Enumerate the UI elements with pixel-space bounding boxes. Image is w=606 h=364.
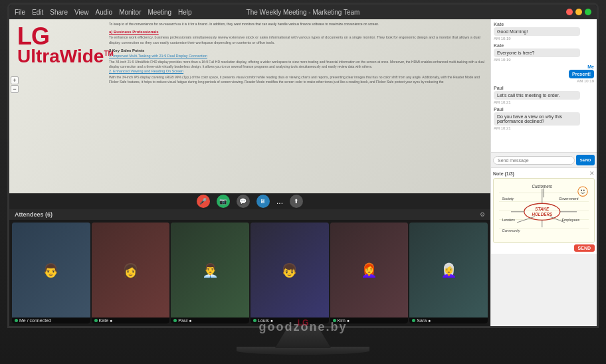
status-dot-paul — [173, 319, 177, 322]
msg-time-kate-2: AM 10:19 — [494, 58, 594, 62]
ultrawide-label: UltraWide — [17, 46, 104, 66]
doc-intro: To keep to of the convenience for on-res… — [109, 22, 485, 27]
svg-point-29 — [581, 190, 582, 191]
maximize-button[interactable] — [585, 9, 591, 15]
chat-send-button[interactable]: SEND — [576, 155, 595, 165]
status-dot-sara — [412, 319, 415, 322]
svg-text:Society: Society — [502, 197, 514, 201]
key-sales-desc1: The 34-inch 21:9 UltraWide FHD display p… — [109, 60, 485, 69]
status-dot-kate — [94, 319, 98, 322]
zoom-controls: + − — [11, 76, 19, 93]
msg-sender-paul-2: Paul — [494, 107, 594, 112]
menu-file[interactable]: File — [15, 9, 25, 16]
attendee-face-sara: 👩‍🦳 — [409, 223, 488, 318]
note-title: Note (1/3) — [493, 171, 514, 176]
attendee-face-me: 👨 — [12, 223, 90, 318]
screen-share-button[interactable]: 🖥 — [256, 195, 270, 208]
app-title: The Weekly Meeting - Marketing Team — [247, 9, 360, 16]
svg-text:Customers: Customers — [532, 184, 553, 189]
lg-bottom-brand: LG — [298, 318, 309, 327]
monitor-outer: File Edit Share View Audio Monitor Meeti… — [0, 0, 606, 364]
close-button[interactable] — [566, 9, 573, 15]
attendee-kate: 👩 Kate ● — [92, 223, 170, 323]
svg-text:STAKE: STAKE — [535, 207, 550, 211]
mute-button[interactable]: 🎤 — [197, 195, 210, 208]
document-text: To keep to of the convenience for on-res… — [109, 22, 485, 84]
attendees-options[interactable]: ⚙ — [480, 211, 485, 218]
zoom-out-button[interactable]: − — [11, 85, 19, 93]
attendee-me: 👨 Me / connected — [12, 223, 90, 323]
meeting-toolbar: 🎤 📷 💬 🖥 ... ⬆ — [9, 193, 490, 209]
minimize-button[interactable] — [575, 9, 582, 15]
chat-msg-kate-1: Kate Good Morning! AM 10:19 — [494, 22, 594, 41]
attendee-video-kate: 👩 — [92, 223, 170, 318]
menu-edit[interactable]: Edit — [32, 9, 43, 16]
attendees-section: Attendees (6) ⚙ 👨 Me / connected — [9, 209, 490, 326]
chat-toggle-button[interactable]: 💬 — [237, 195, 250, 208]
msg-time-paul-1: AM 10:21 — [494, 100, 594, 104]
note-handwriting-svg: Customers Society Lenders Community Gove… — [496, 181, 592, 240]
attendee-kim: 👩‍🦰 Kim ● — [330, 223, 409, 323]
left-panel: LG UltraWideTM To keep to of the conveni… — [9, 19, 490, 326]
attendee-name-kate: Kate ● — [99, 318, 113, 323]
attendees-header: Attendees (6) ⚙ — [9, 209, 490, 220]
attendee-sara: 👩‍🦳 Sara ● — [409, 223, 488, 323]
key-sales-point1: 1. Improved Multi-Tasking with 21:9 Dual… — [109, 54, 485, 59]
attendee-video-louis: 👦 — [251, 223, 329, 318]
msg-sender-paul-1: Paul — [494, 86, 594, 90]
key-sales-point2: 2. Enhanced Viewing and Reading On Scree… — [109, 69, 485, 74]
attendee-name-bar-sara: Sara ● — [409, 318, 488, 323]
msg-time-kate-1: AM 10:19 — [494, 37, 594, 41]
msg-bubble-me: Present! — [569, 70, 594, 78]
chat-input[interactable] — [493, 156, 575, 165]
attendee-face-kate: 👩 — [92, 223, 170, 318]
chat-messages: Kate Good Morning! AM 10:19 Kate Everyon… — [491, 19, 597, 152]
msg-bubble-paul-2: Do you have a view on why this performan… — [494, 112, 580, 126]
attendee-name-paul: Paul ● — [178, 318, 191, 323]
menu-audio[interactable]: Audio — [96, 9, 113, 16]
menu-help[interactable]: Help — [178, 9, 192, 16]
menu-meeting[interactable]: Meeting — [148, 9, 171, 16]
attendee-name-bar-me: Me / connected — [12, 318, 90, 323]
window-controls — [566, 9, 591, 15]
doc-section-body: To enhance work efficiency, business pro… — [109, 35, 485, 45]
msg-sender-kate-1: Kate — [494, 22, 594, 27]
raise-hand-button[interactable]: ⬆ — [290, 195, 303, 208]
chat-msg-paul-2: Paul Do you have a view on why this perf… — [494, 107, 594, 130]
chat-msg-kate-2: Kate Everyone is here? AM 10:19 — [494, 43, 594, 62]
lg-logo-area: LG UltraWideTM — [17, 25, 114, 66]
main-content: LG UltraWideTM To keep to of the conveni… — [9, 19, 597, 326]
msg-sender-kate-2: Kate — [494, 43, 594, 48]
right-panel: Kate Good Morning! AM 10:19 Kate Everyon… — [490, 19, 597, 326]
msg-time-me: AM 10:19 — [577, 79, 594, 83]
status-dot-louis — [253, 319, 256, 322]
screen: File Edit Share View Audio Monitor Meeti… — [9, 5, 597, 326]
msg-bubble-kate-1: Good Morning! — [494, 27, 580, 36]
camera-button[interactable]: 📷 — [217, 195, 230, 208]
attendee-name-sara: Sara ● — [417, 318, 431, 323]
menu-monitor[interactable]: Monitor — [119, 9, 141, 16]
app-menu: File Edit Share View Audio Monitor Meeti… — [15, 9, 192, 16]
msg-bubble-kate-2: Everyone is here? — [494, 48, 580, 57]
attendee-video-me: 👨 — [12, 223, 90, 318]
menu-share[interactable]: Share — [50, 9, 68, 16]
attendee-paul: 👨‍💼 Paul ● — [171, 223, 249, 323]
doc-section-title: a) Business Professionals — [109, 29, 485, 35]
menu-view[interactable]: View — [74, 9, 89, 16]
svg-text:Employees: Employees — [562, 218, 580, 222]
msg-bubble-paul-1: Let's call this meeting to order. — [494, 91, 580, 100]
lg-overlay: LG UltraWideTM To keep to of the conveni… — [9, 19, 490, 209]
note-close-button[interactable]: ✕ — [589, 170, 595, 177]
attendee-name-bar-paul: Paul ● — [171, 318, 249, 323]
monitor-bezel: File Edit Share View Audio Monitor Meeti… — [7, 3, 599, 328]
key-sales-title: 3 Key Sales Points — [109, 48, 485, 53]
svg-text:Lenders: Lenders — [502, 218, 516, 222]
attendee-video-kim: 👩‍🦰 — [330, 223, 409, 318]
svg-text:Government: Government — [559, 197, 579, 201]
note-send-bar: SEND — [493, 244, 595, 252]
svg-text:HOLDERS: HOLDERS — [532, 212, 553, 217]
status-dot-me — [15, 319, 18, 322]
zoom-in-button[interactable]: + — [11, 76, 19, 84]
more-options-button[interactable]: ... — [276, 197, 283, 206]
note-send-button[interactable]: SEND — [574, 244, 595, 252]
